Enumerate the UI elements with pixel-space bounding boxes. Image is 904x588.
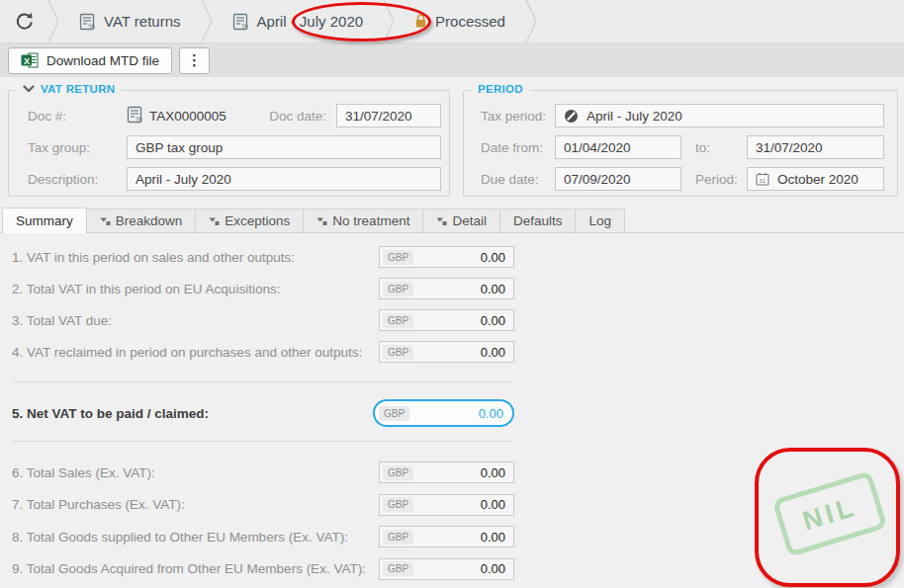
nil-stamp: NIL	[772, 470, 888, 557]
collapse-chevron-icon[interactable]	[23, 85, 35, 93]
amount-field[interactable]: GBP 0.00	[379, 558, 514, 580]
more-actions-button[interactable]: ⋮	[179, 47, 210, 74]
tax-group-row: Tax group: GBP tax group	[9, 131, 449, 163]
amount-value: 0.00	[481, 345, 505, 360]
date-from-label: Date from:	[481, 140, 555, 155]
download-mtd-file-button[interactable]: X Download MTD file	[8, 47, 172, 74]
summary-form: 1. VAT in this period on sales and other…	[0, 233, 514, 585]
tab-label: Detail	[452, 213, 487, 228]
tab-summary[interactable]: Summary	[2, 208, 87, 233]
tab-label: Exceptions	[225, 213, 290, 228]
summary-row: 8. Total Goods supplied to Other EU Memb…	[0, 521, 514, 553]
divider	[12, 381, 514, 382]
svg-text:%: %	[88, 21, 95, 30]
amount-value: 0.00	[481, 530, 505, 545]
breadcrumb: % VAT returns % April - July 2020	[0, 0, 904, 43]
nil-stamp-label: NIL	[799, 491, 860, 537]
amount-value: 0.00	[481, 465, 505, 480]
excel-icon: X	[21, 52, 39, 68]
breadcrumb-item-period[interactable]: % April - July 2020	[213, 0, 384, 42]
doc-number-label: Doc #:	[28, 109, 127, 124]
tax-group-label: Tax group:	[28, 140, 127, 155]
doc-date-label: Doc date:	[269, 109, 326, 124]
summary-row-label: 9. Total Goods Acquired from Other EU Me…	[12, 561, 366, 576]
net-vat-amount-field[interactable]: GBP 0.00	[373, 399, 514, 427]
svg-text:X: X	[24, 56, 30, 66]
svg-text:%: %	[241, 21, 248, 30]
currency-badge: GBP	[383, 497, 413, 512]
tab-label: Summary	[16, 213, 73, 228]
summary-row: 1. VAT in this period on sales and other…	[0, 241, 514, 273]
breadcrumb-separator	[201, 0, 213, 42]
download-mtd-file-label: Download MTD file	[46, 53, 159, 68]
summary-row-label: 2. Total VAT in this period on EU Acquis…	[12, 282, 280, 296]
tab-label: No treatment	[332, 213, 409, 228]
summary-row: 2. Total VAT in this period on EU Acquis…	[0, 273, 514, 304]
tax-group-field[interactable]: GBP tax group	[127, 135, 441, 159]
amount-field[interactable]: GBP 0.00	[379, 462, 514, 483]
tab-log[interactable]: Log	[575, 209, 625, 232]
amount-value: 0.00	[481, 282, 505, 296]
currency-badge: GBP	[383, 530, 413, 545]
amount-value: 0.00	[481, 497, 505, 512]
tab-defaults[interactable]: Defaults	[499, 209, 577, 232]
due-date-row: Due date: 07/09/2020 Period: 31 October …	[464, 163, 897, 195]
summary-row: 7. Total Purchases (Ex. VAT): GBP 0.00	[0, 489, 514, 522]
currency-badge: GBP	[383, 250, 413, 265]
refresh-button[interactable]	[0, 0, 47, 42]
summary-row: 3. Total VAT due: GBP 0.00	[0, 304, 514, 336]
header-panels: VAT RETURN Doc #: % TAX0000005 Doc date:…	[0, 77, 904, 197]
summary-rows-top: 1. VAT in this period on sales and other…	[0, 241, 514, 368]
due-date-field[interactable]: 07/09/2020	[555, 167, 681, 191]
amount-field[interactable]: GBP 0.00	[379, 246, 514, 268]
summary-row-label: 6. Total Sales (Ex. VAT):	[12, 465, 155, 480]
pivot-grid-icon	[436, 216, 447, 226]
date-range-row: Date from: 01/04/2020 to: 31/07/2020	[464, 131, 897, 163]
pivot-grid-icon	[316, 216, 327, 226]
currency-badge: GBP	[383, 561, 413, 576]
tab-exceptions[interactable]: Exceptions	[195, 209, 304, 232]
pivot-grid-icon	[209, 216, 220, 226]
date-from-field[interactable]: 01/04/2020	[555, 135, 681, 159]
description-row: Description: April - July 2020	[9, 163, 449, 195]
vat-return-legend: VAT RETURN	[16, 83, 122, 95]
net-vat-amount-value: 0.00	[479, 406, 503, 421]
net-vat-label: 5. Net VAT to be paid / claimed:	[12, 406, 209, 421]
tab-strip: Summary Breakdown Exceptions No treatmen…	[0, 208, 904, 233]
toolbar: X Download MTD file ⋮	[0, 43, 904, 77]
amount-value: 0.00	[481, 561, 505, 576]
tax-period-field[interactable]: April - July 2020	[555, 104, 884, 127]
description-field[interactable]: April - July 2020	[127, 167, 441, 191]
vertical-ellipsis-icon: ⋮	[187, 51, 202, 69]
vat-return-window: % VAT returns % April - July 2020	[0, 0, 904, 588]
breadcrumb-separator	[525, 0, 537, 42]
amount-field[interactable]: GBP 0.00	[379, 341, 514, 363]
summary-row: 4. VAT reclaimed in period on purchases …	[0, 336, 514, 368]
amount-field[interactable]: GBP 0.00	[379, 278, 514, 299]
tab-breakdown[interactable]: Breakdown	[86, 209, 197, 232]
doc-number-value: % TAX0000005	[127, 106, 259, 126]
date-to-label: to:	[695, 140, 747, 155]
tab-detail[interactable]: Detail	[422, 209, 500, 232]
tab-no-treatment[interactable]: No treatment	[303, 209, 423, 232]
summary-tab-content: 1. VAT in this period on sales and other…	[0, 233, 904, 585]
status-badge: Processed	[435, 13, 505, 30]
period-field[interactable]: 31 October 2020	[747, 167, 884, 191]
svg-text:31: 31	[759, 177, 766, 184]
date-to-field[interactable]: 31/07/2020	[747, 135, 884, 159]
breadcrumb-label: April - July 2020	[257, 13, 364, 30]
period-legend: PERIOD	[471, 83, 530, 95]
tax-period-label: Tax period:	[481, 109, 555, 124]
amount-field[interactable]: GBP 0.00	[379, 309, 514, 331]
divider	[12, 441, 514, 442]
amount-field[interactable]: GBP 0.00	[379, 494, 514, 516]
doc-date-field[interactable]: 31/07/2020	[336, 104, 441, 127]
summary-row-label: 4. VAT reclaimed in period on purchases …	[12, 345, 362, 360]
lock-icon	[414, 14, 427, 29]
vat-return-panel: VAT RETURN Doc #: % TAX0000005 Doc date:…	[8, 90, 450, 197]
vat-document-icon: %	[232, 13, 249, 31]
amount-field[interactable]: GBP 0.00	[379, 526, 514, 547]
breadcrumb-item-vat-returns[interactable]: % VAT returns	[59, 0, 201, 42]
currency-badge: GBP	[379, 406, 409, 421]
tab-label: Breakdown	[116, 213, 183, 228]
